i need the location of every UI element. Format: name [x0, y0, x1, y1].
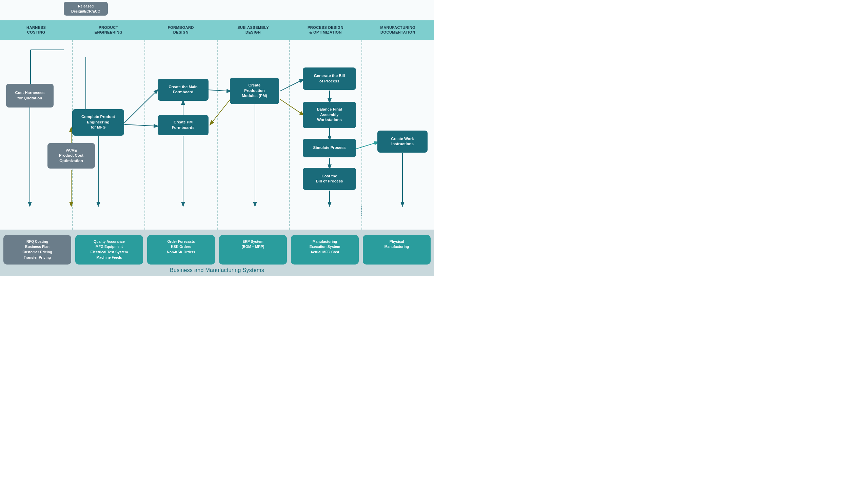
bottom-bar: RFQ CostingBusiness PlanCustomer Pricing… [0, 230, 434, 276]
mes-system-box: ManufacturingExecution SystemActual MFG … [291, 235, 359, 265]
bottom-label: Business and Manufacturing Systems [3, 267, 431, 273]
main-area: Cost Harnessesfor Quotation VA/VEProduct… [0, 40, 434, 230]
erp-system-box: ERP System(BOM – MRP) [219, 235, 287, 265]
rfq-system-box: RFQ CostingBusiness PlanCustomer Pricing… [3, 235, 71, 265]
generate-bill-process-box: Generate the Billof Process [303, 67, 356, 90]
svg-line-19 [356, 142, 378, 149]
create-work-instructions-box: Create WorkInstructions [377, 131, 428, 153]
svg-line-4 [124, 90, 158, 123]
divider-5 [361, 40, 362, 230]
physical-mfg-system-box: PhysicalManufacturing [363, 235, 431, 265]
svg-line-10 [210, 99, 231, 124]
divider-4 [289, 40, 290, 230]
divider-2 [144, 40, 145, 230]
simulate-process-box: Simulate Process [303, 139, 356, 157]
header-row: HARNESSCOSTING PRODUCTENGINEERING FORMBO… [0, 20, 434, 40]
svg-line-13 [280, 79, 303, 91]
create-main-formboard-box: Create the MainFormboard [158, 79, 209, 101]
header-product: PRODUCTENGINEERING [72, 23, 144, 37]
svg-line-21 [280, 99, 303, 115]
header-process: PROCESS DESIGN& OPTIMIZATION [289, 23, 361, 37]
header-harness: HARNESSCOSTING [0, 23, 72, 37]
header-formboard: FORMBOARDDESIGN [145, 23, 217, 37]
create-production-modules-box: CreateProductionModules (PM) [230, 78, 279, 104]
qa-system-box: Quality AssuranceMFG EquipmentElectrical… [75, 235, 143, 265]
divider-3 [217, 40, 218, 230]
complete-product-eng-box: Complete ProductEngineeringfor MFG [72, 109, 124, 136]
systems-row: RFQ CostingBusiness PlanCustomer Pricing… [3, 235, 431, 265]
svg-line-9 [209, 90, 231, 91]
diagram-container: ReleasedDesign/ECR/ECO HARNESSCOSTING PR… [0, 0, 434, 276]
cost-bill-process-box: Cost theBill of Process [303, 168, 356, 190]
released-design-box: ReleasedDesign/ECR/ECO [64, 2, 108, 16]
va-ve-box: VA/VEProduct CostOptimization [47, 143, 95, 169]
order-system-box: Order ForecastsKSK OrdersNon-KSK Orders [147, 235, 215, 265]
create-pm-formboards-box: Create PMFormboards [158, 115, 209, 135]
header-subassembly: SUB-ASSEMBLYDESIGN [217, 23, 289, 37]
balance-final-assembly-box: Balance FinalAssemblyWorkstations [303, 102, 356, 128]
cost-harnesses-box: Cost Harnessesfor Quotation [6, 84, 54, 108]
header-mfg: MANUFACTURINGDOCUMENTATION [362, 23, 434, 37]
svg-line-5 [124, 124, 158, 126]
